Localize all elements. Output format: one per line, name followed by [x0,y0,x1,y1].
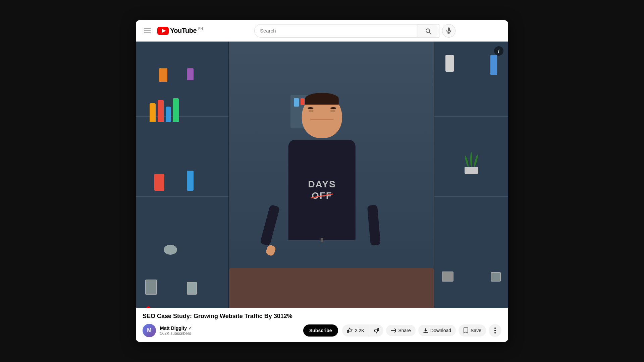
like-dislike-group: 2.2K [342,324,384,337]
subscribe-button[interactable]: Subscribe [303,324,338,337]
svg-line-6 [429,32,431,34]
more-button[interactable] [489,324,501,337]
svg-point-21 [494,332,496,334]
svg-rect-1 [144,31,151,31]
search-bar [254,24,455,38]
dislike-button[interactable] [369,324,383,337]
mic-button[interactable] [442,24,455,38]
desk [229,268,434,308]
like-button[interactable]: 2.2K [342,324,370,337]
logo-country: PH [198,27,203,31]
share-button[interactable]: Share [386,325,415,336]
svg-rect-0 [144,28,151,29]
channel-info: Matt Diggity ✓ 162K subscribers [160,325,297,336]
video-info: SEO Case Study: Growing Website Traffic … [136,308,508,342]
channel-avatar: M [143,324,156,337]
svg-rect-2 [144,33,151,33]
search-input-wrap [254,24,439,38]
share-label: Share [398,328,411,333]
download-label: Download [430,328,451,333]
verified-icon: ✓ [188,325,192,331]
logo-text: YouTube [170,27,197,35]
youtube-logo[interactable]: YouTube PH [157,27,203,35]
shelf-right [434,42,508,308]
progress-thumb [146,306,150,308]
save-label: Save [471,328,481,333]
video-background: DAYS OFF [136,42,508,308]
info-button[interactable]: i [494,46,503,56]
menu-button[interactable] [143,27,152,35]
subscriber-count: 162K subscribers [160,331,297,336]
svg-point-20 [494,330,496,331]
like-count: 2.2K [355,328,365,333]
search-input[interactable] [255,24,418,37]
shelf-left [136,42,229,308]
video-title: SEO Case Study: Growing Website Traffic … [143,313,501,320]
video-frame[interactable]: DAYS OFF [136,42,508,308]
svg-rect-7 [448,27,450,32]
action-buttons: 2.2K Share [342,324,501,337]
save-button[interactable]: Save [459,324,486,337]
youtube-header: YouTube PH [136,20,508,42]
svg-point-19 [494,327,496,329]
channel-name: Matt Diggity ✓ [160,325,297,331]
download-button[interactable]: Download [418,325,456,336]
channel-row: M Matt Diggity ✓ 162K subscribers Subscr… [143,324,501,337]
search-button[interactable] [418,24,439,38]
browser-window: YouTube PH [136,20,508,342]
